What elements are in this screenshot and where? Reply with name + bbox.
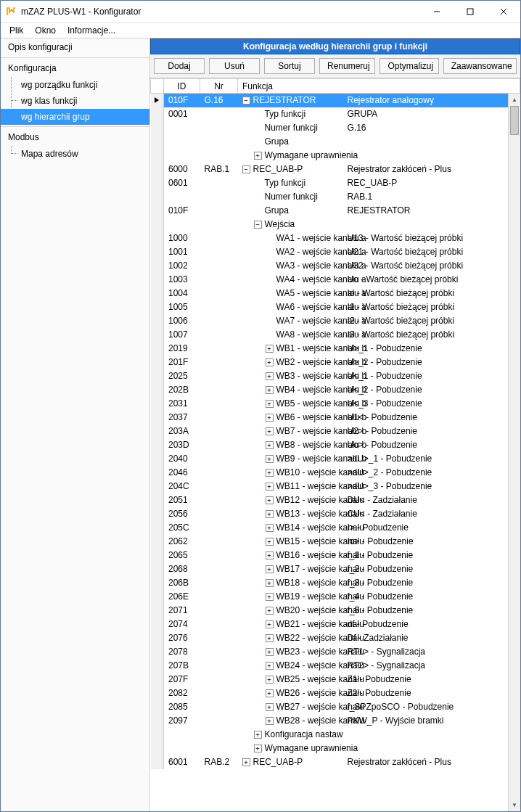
table-row[interactable]: 2046+WB10 - wejście kanału>dU>_2 - Pobud… xyxy=(151,466,520,480)
collapse-icon[interactable]: − xyxy=(242,97,250,104)
expand-icon[interactable]: + xyxy=(266,607,274,615)
scroll-up-icon[interactable]: ▲ xyxy=(509,94,520,106)
table-row[interactable]: 6001RAB.2+REC_UAB-PRejestrator zakłóceń … xyxy=(151,755,520,769)
expand-icon[interactable]: + xyxy=(266,414,274,422)
table-row[interactable]: 2074+WB21 - wejście kanałudf - Pobudzeni… xyxy=(151,618,520,631)
table-row[interactable]: 2071+WB20 - wejście kanałuf_5 - Pobudzen… xyxy=(151,604,520,618)
expand-icon[interactable]: + xyxy=(266,496,274,504)
table-row[interactable]: 6000RAB.1−REC_UAB-PRejestrator zakłóceń … xyxy=(151,163,520,176)
table-row[interactable]: Numer funkcjiG.16 xyxy=(151,121,520,135)
close-button[interactable] xyxy=(487,1,520,22)
expand-icon[interactable]: + xyxy=(266,538,274,546)
table-row[interactable]: 2085+WB27 - wejście kanałuf_SPZpoSCO - P… xyxy=(151,700,520,714)
menu-informacje[interactable]: Informacje... xyxy=(62,24,121,37)
table-row[interactable]: 2097+WB28 - wejście kanałuPKW_P - Wyjści… xyxy=(151,714,520,728)
table-row[interactable]: +Konfiguracja nastaw xyxy=(151,728,520,742)
expand-icon[interactable]: + xyxy=(242,758,250,766)
expand-icon[interactable]: + xyxy=(266,524,274,532)
vertical-scrollbar[interactable]: ▲ ▼ xyxy=(508,94,520,811)
expand-icon[interactable]: + xyxy=(266,483,274,491)
table-row[interactable]: 1003WA4 - wejście kanału aUo - Wartość b… xyxy=(151,273,520,287)
sidebar-wg-porzadku[interactable]: wg porządku funkcji xyxy=(1,77,149,93)
renumeruj-button[interactable]: Renumeruj xyxy=(319,58,375,74)
maximize-button[interactable] xyxy=(454,1,487,22)
expand-icon[interactable]: + xyxy=(266,358,274,366)
col-corner[interactable] xyxy=(151,79,164,94)
expand-icon[interactable]: + xyxy=(266,620,274,628)
expand-icon[interactable]: + xyxy=(254,731,262,739)
table-row[interactable]: 204C+WB11 - wejście kanału>dU>_3 - Pobud… xyxy=(151,480,520,493)
expand-icon[interactable]: + xyxy=(266,345,274,353)
table-row[interactable]: 0601Typ funkcjiREC_UAB-P xyxy=(151,176,520,190)
table-row[interactable]: +Wymagane uprawnienia xyxy=(151,149,520,163)
expand-icon[interactable]: + xyxy=(266,441,274,449)
expand-icon[interactable]: + xyxy=(266,689,274,697)
menu-plik[interactable]: Plik xyxy=(4,24,29,37)
zaawansowane-button[interactable]: Zaawansowane xyxy=(443,58,517,74)
expand-icon[interactable]: + xyxy=(266,676,274,684)
table-row[interactable]: 2019+WB1 - wejście kanału bU>_1 - Pobudz… xyxy=(151,342,520,356)
menu-okno[interactable]: Okno xyxy=(29,24,62,37)
expand-icon[interactable]: + xyxy=(266,634,274,642)
table-row[interactable]: 2056+WB13 - wejście kanałuCU< - Zadziała… xyxy=(151,507,520,521)
table-row[interactable]: 010FGrupaREJESTRATOR xyxy=(151,204,520,218)
table-row[interactable]: 1001WA2 - wejście kanału aU21 - Wartość … xyxy=(151,245,520,259)
sidebar-mapa-adresow[interactable]: Mapa adresów xyxy=(1,146,149,162)
collapse-icon[interactable]: − xyxy=(254,221,262,229)
table-row[interactable]: Numer funkcjiRAB.1 xyxy=(151,190,520,204)
dodaj-button[interactable]: Dodaj xyxy=(154,58,205,74)
table-row[interactable]: 202B+WB4 - wejście kanału bU<_2 - Pobudz… xyxy=(151,383,520,397)
table-row[interactable]: 1000WA1 - wejście kanału aU13 - Wartość … xyxy=(151,231,520,245)
expand-icon[interactable]: + xyxy=(266,455,274,463)
sidebar-modbus[interactable]: Modbus xyxy=(1,128,149,146)
expand-icon[interactable]: + xyxy=(266,703,274,711)
expand-icon[interactable]: + xyxy=(266,593,274,601)
scroll-down-icon[interactable]: ▼ xyxy=(509,799,520,811)
expand-icon[interactable]: + xyxy=(266,510,274,518)
table-row[interactable]: 2082+WB26 - wejście kanałuZ2 - Pobudzeni… xyxy=(151,686,520,700)
sidebar-wg-klas[interactable]: wg klas funkcji xyxy=(1,93,149,109)
col-funkcja[interactable]: Funkcja xyxy=(238,79,520,94)
table-row[interactable]: 203A+WB7 - wejście kanału bU2> - Pobudze… xyxy=(151,425,520,438)
optymalizuj-button[interactable]: Optymalizuj xyxy=(380,58,438,74)
expand-icon[interactable]: + xyxy=(254,745,262,752)
table-row[interactable]: 207B+WB24 - wejście kanałuRT2> - Sygnali… xyxy=(151,659,520,673)
table-row[interactable]: 2025+WB3 - wejście kanału bU<_1 - Pobudz… xyxy=(151,369,520,383)
sidebar-konfiguracja[interactable]: Konfiguracja xyxy=(1,60,149,77)
expand-icon[interactable]: + xyxy=(266,565,274,573)
table-row[interactable]: 1007WA8 - wejście kanału aI3 - Wartość b… xyxy=(151,328,520,342)
expand-icon[interactable]: + xyxy=(266,662,274,670)
table-row[interactable]: −Wejścia xyxy=(151,218,520,231)
collapse-icon[interactable]: − xyxy=(242,165,250,173)
expand-icon[interactable]: + xyxy=(266,386,274,394)
table-row[interactable]: 206B+WB18 - wejście kanałuf_3 - Pobudzen… xyxy=(151,576,520,590)
scroll-thumb[interactable] xyxy=(510,106,519,135)
sidebar-opis[interactable]: Opis konfiguracji xyxy=(1,38,149,56)
table-row[interactable]: 2076+WB22 - wejście kanałuDf - Zadziałan… xyxy=(151,631,520,645)
table-row[interactable]: Grupa xyxy=(151,135,520,149)
table-row[interactable]: 2078+WB23 - wejście kanałuRT1> - Sygnali… xyxy=(151,645,520,659)
table-row[interactable]: 1004WA5 - wejście kanału aIo - Wartość b… xyxy=(151,287,520,300)
table-row[interactable]: +Wymagane uprawnienia xyxy=(151,742,520,755)
table-row[interactable]: 203D+WB8 - wejście kanału bUo> - Pobudze… xyxy=(151,438,520,452)
table-row[interactable]: 0001Typ funkcjiGRUPA xyxy=(151,107,520,121)
usun-button[interactable]: Usuń xyxy=(209,58,260,74)
table-row[interactable]: 1006WA7 - wejście kanału aI2 - Wartość b… xyxy=(151,314,520,328)
table-row[interactable]: 2062+WB15 - wejście kanałuIo> - Pobudzen… xyxy=(151,535,520,549)
table-row[interactable]: 1002WA3 - wejście kanału aU32 - Wartość … xyxy=(151,259,520,273)
expand-icon[interactable]: + xyxy=(266,469,274,477)
table-row[interactable]: 2051+WB12 - wejście kanałuDU< - Zadziała… xyxy=(151,493,520,507)
expand-icon[interactable]: + xyxy=(266,372,274,380)
expand-icon[interactable]: + xyxy=(266,551,274,559)
col-id[interactable]: ID xyxy=(164,79,200,94)
table-row[interactable]: 207F+WB25 - wejście kanałuZ1 - Pobudzeni… xyxy=(151,673,520,686)
col-nr[interactable]: Nr xyxy=(200,79,238,94)
table-row[interactable]: 1005WA6 - wejście kanału aI1 - Wartość b… xyxy=(151,300,520,314)
table-row[interactable]: 201F+WB2 - wejście kanału bU>_2 - Pobudz… xyxy=(151,356,520,369)
expand-icon[interactable]: + xyxy=(266,579,274,587)
minimize-button[interactable] xyxy=(420,1,454,22)
expand-icon[interactable]: + xyxy=(266,427,274,435)
table-row[interactable]: 2065+WB16 - wejście kanałuf_1 - Pobudzen… xyxy=(151,549,520,562)
table-row[interactable]: 010FG.16−REJESTRATORRejestrator analogow… xyxy=(151,94,520,107)
expand-icon[interactable]: + xyxy=(254,152,262,160)
